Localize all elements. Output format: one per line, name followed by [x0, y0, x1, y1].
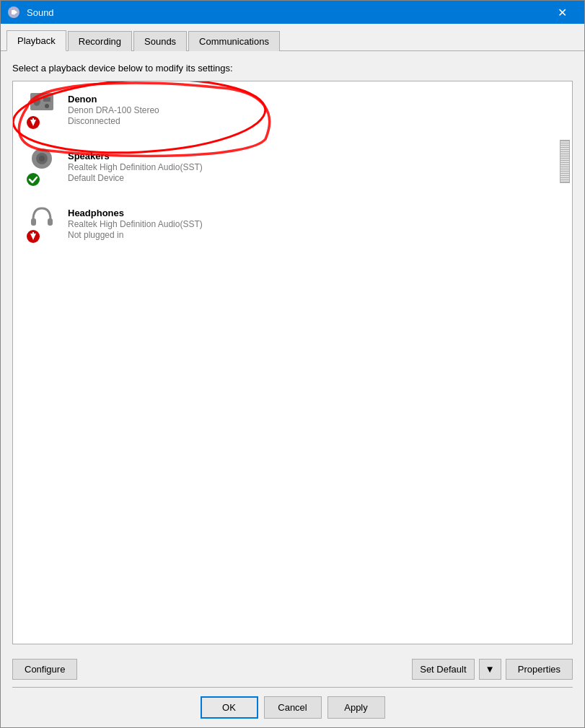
denon-description: Denon DRA-100 Stereo [68, 105, 159, 115]
tab-bar: Playback Recording Sounds Communications [1, 24, 584, 51]
ok-button[interactable]: OK [201, 696, 258, 719]
headphones-device-icon [27, 204, 56, 231]
headphones-name: Headphones [68, 208, 203, 218]
denon-status: Disconnected [68, 116, 159, 126]
sound-dialog: Sound ✕ Playback Recording Sounds Commun… [0, 0, 585, 728]
denon-icon-area [25, 90, 59, 130]
apply-button[interactable]: Apply [327, 696, 385, 719]
dropdown-arrow-icon: ▼ [485, 664, 495, 675]
device-item-headphones[interactable]: Headphones Realtek High Definition Audio… [13, 195, 572, 252]
footer: OK Cancel Apply [1, 688, 584, 727]
svg-point-13 [39, 156, 45, 161]
not-plugged-badge [26, 229, 40, 244]
device-item-denon[interactable]: Denon Denon DRA-100 Stereo Disconnected [13, 81, 572, 138]
speakers-status: Default Device [68, 173, 203, 183]
tab-sounds[interactable]: Sounds [133, 31, 187, 51]
window-title: Sound [27, 7, 545, 18]
svg-rect-1 [12, 10, 14, 14]
speakers-icon-area [25, 147, 59, 187]
speakers-description: Realtek High Definition Audio(SST) [68, 162, 203, 172]
device-item-speakers[interactable]: Speakers Realtek High Definition Audio(S… [13, 138, 572, 195]
denon-device-icon [27, 90, 56, 117]
title-bar: Sound ✕ [1, 1, 584, 24]
set-default-button[interactable]: Set Default [412, 659, 474, 680]
instructions-text: Select a playback device below to modify… [12, 63, 573, 74]
headphones-description: Realtek High Definition Audio(SST) [68, 219, 203, 229]
configure-button[interactable]: Configure [12, 659, 77, 680]
window-icon [6, 5, 21, 19]
headphones-info: Headphones Realtek High Definition Audio… [68, 208, 203, 240]
svg-rect-10 [32, 118, 34, 123]
speakers-device-icon [27, 147, 56, 174]
set-default-dropdown[interactable]: ▼ [479, 659, 501, 680]
device-list[interactable]: Denon Denon DRA-100 Stereo Disconnected [12, 81, 573, 644]
default-badge [26, 172, 40, 187]
speakers-name: Speakers [68, 151, 203, 161]
svg-rect-6 [43, 97, 50, 102]
svg-rect-5 [33, 96, 40, 106]
svg-rect-16 [48, 218, 53, 226]
svg-rect-15 [31, 218, 36, 226]
svg-point-14 [27, 173, 40, 186]
close-button[interactable]: ✕ [545, 1, 579, 24]
cancel-button[interactable]: Cancel [264, 696, 322, 719]
tab-recording[interactable]: Recording [68, 31, 132, 51]
content-area: Select a playback device below to modify… [1, 51, 584, 652]
denon-info: Denon Denon DRA-100 Stereo Disconnected [68, 94, 159, 126]
svg-point-7 [45, 104, 49, 108]
denon-name: Denon [68, 94, 159, 105]
scrollbar[interactable] [559, 138, 571, 195]
tab-communications[interactable]: Communications [188, 31, 280, 51]
headphones-status: Not plugged in [68, 230, 203, 240]
speakers-info: Speakers Realtek High Definition Audio(S… [68, 151, 203, 183]
disconnected-badge [26, 115, 40, 130]
svg-rect-19 [32, 232, 34, 236]
button-row: Configure Set Default ▼ Properties [1, 652, 584, 687]
tab-playback[interactable]: Playback [6, 30, 66, 51]
headphones-icon-area [25, 204, 59, 244]
properties-button[interactable]: Properties [506, 659, 573, 680]
